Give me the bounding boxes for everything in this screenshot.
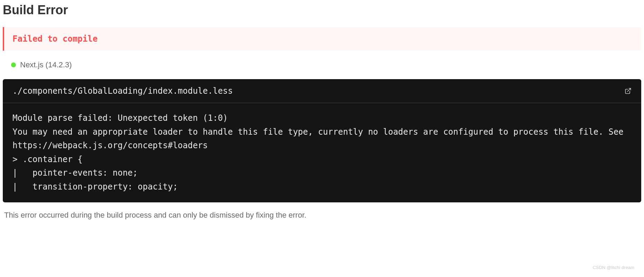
framework-label: Next.js (14.2.3) [20, 60, 72, 69]
status-dot-icon [11, 62, 16, 67]
footer-note: This error occurred during the build pro… [3, 211, 641, 220]
code-file-path: ./components/GlobalLoading/index.module.… [12, 86, 233, 96]
page-title: Build Error [3, 3, 641, 17]
svg-line-0 [627, 89, 630, 92]
watermark: CSDN @litchi dream [593, 265, 634, 270]
error-banner-text: Failed to compile [12, 34, 633, 44]
error-page: Build Error Failed to compile Next.js (1… [3, 3, 641, 274]
code-header: ./components/GlobalLoading/index.module.… [3, 79, 641, 103]
error-banner: Failed to compile [3, 27, 641, 51]
open-external-icon[interactable] [625, 87, 632, 94]
code-block: ./components/GlobalLoading/index.module.… [3, 79, 641, 202]
framework-row: Next.js (14.2.3) [3, 60, 641, 69]
code-body: Module parse failed: Unexpected token (1… [3, 103, 641, 202]
